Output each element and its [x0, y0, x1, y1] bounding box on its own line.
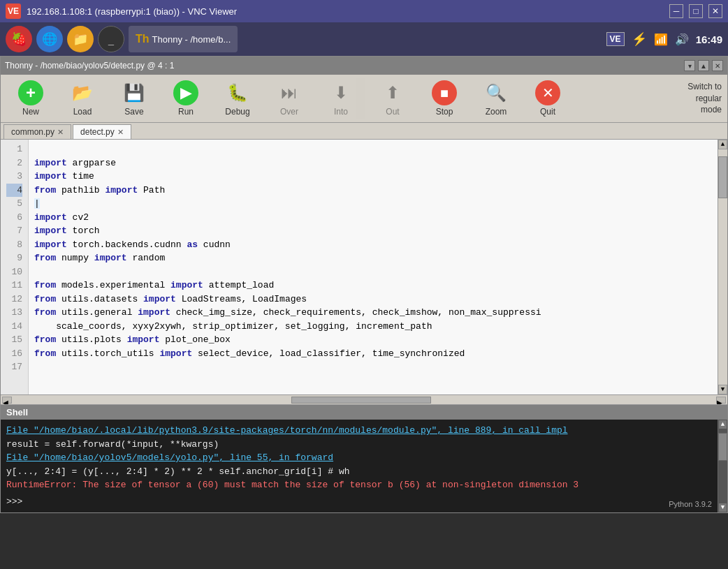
line-num-2: 2 [6, 156, 22, 170]
maximize-button[interactable]: □ [689, 4, 703, 18]
out-button[interactable]: ⬆ Out [368, 77, 417, 119]
over-label: Over [280, 107, 298, 117]
scroll-left-button[interactable]: ◀ [2, 397, 12, 404]
debug-icon: 🐛 [225, 80, 250, 105]
bluetooth-icon: ⚡ [632, 31, 647, 47]
new-icon: + [18, 80, 43, 105]
new-button[interactable]: + New [6, 77, 55, 119]
quit-icon: ✕ [535, 80, 560, 105]
out-icon: ⬆ [380, 80, 405, 105]
taskbar-time: 16:49 [696, 34, 722, 45]
switch-mode-button[interactable]: Switch to regular mode [687, 81, 722, 116]
shell-prompt[interactable]: >>> [6, 495, 712, 509]
run-button[interactable]: ▶ Run [161, 77, 210, 119]
shell-scroll-down-button[interactable]: ▼ [718, 503, 727, 512]
tab-detect-py-close[interactable]: ✕ [117, 128, 124, 137]
horizontal-scroll-thumb[interactable] [291, 397, 431, 404]
line-num-4: 4 [6, 184, 22, 198]
shell-scroll-thumb[interactable] [718, 433, 727, 461]
toolbar: + New 📂 Load 💾 Save ▶ Run 🐛 Debug ⏭ Over… [1, 75, 727, 123]
scroll-track [718, 149, 727, 385]
quit-label: Quit [540, 107, 555, 117]
line-num-1: 1 [6, 142, 22, 156]
wifi-icon: 📶 [654, 33, 668, 46]
thonny-maximize-button[interactable]: ▲ [698, 60, 709, 71]
code-editor[interactable]: 1 2 3 4 5 6 7 8 9 10 11 12 13 14 15 16 1… [1, 140, 727, 394]
save-button[interactable]: 💾 Save [110, 77, 159, 119]
taskbar: 🍓 🌐 📁 _ Th Thonny - /home/b... VE ⚡ 📶 🔊 … [0, 22, 728, 56]
shell-container: File "/home/biao/.local/lib/python3.9/si… [1, 420, 727, 512]
thonny-taskbar-item[interactable]: Th Thonny - /home/b... [129, 26, 238, 52]
volume-icon: 🔊 [675, 33, 689, 46]
shell-text-2: result = self.forward(*input, **kwargs) [6, 439, 219, 450]
zoom-button[interactable]: 🔍 Zoom [472, 77, 520, 119]
over-button[interactable]: ⏭ Over [265, 77, 314, 119]
into-button[interactable]: ⬇ Into [316, 77, 365, 119]
load-label: Load [73, 107, 92, 117]
save-label: Save [124, 107, 143, 117]
shell-link-3[interactable]: File "/home/biao/yolov5/models/yolo.py",… [6, 452, 333, 463]
tab-detect-py[interactable]: detect.py ✕ [73, 124, 131, 139]
editor-vertical-scrollbar[interactable]: ▲ ▼ [718, 140, 727, 394]
terminal-taskbar-icon[interactable]: _ [98, 26, 124, 52]
stop-icon: ■ [432, 80, 457, 105]
line-num-17: 17 [6, 360, 22, 374]
shell-content[interactable]: File "/home/biao/.local/lib/python3.9/si… [1, 420, 718, 512]
stop-button[interactable]: ■ Stop [420, 77, 469, 119]
prompt-symbol: >>> [6, 496, 22, 507]
globe-taskbar-icon[interactable]: 🌐 [36, 26, 63, 52]
quit-button[interactable]: ✕ Quit [523, 77, 572, 119]
thonny-taskbar-label: Thonny - /home/b... [152, 34, 231, 45]
stop-label: Stop [436, 107, 453, 117]
load-button[interactable]: 📂 Load [58, 77, 107, 119]
run-icon: ▶ [173, 80, 198, 105]
shell-scroll-up-button[interactable]: ▲ [718, 420, 727, 429]
line-num-3: 3 [6, 170, 22, 184]
line-num-8: 8 [6, 238, 22, 252]
run-label: Run [178, 107, 194, 117]
python-version: Python 3.9.2 [669, 498, 712, 510]
load-icon: 📂 [70, 80, 95, 105]
shell-line-1: File "/home/biao/.local/lib/python3.9/si… [6, 424, 712, 438]
vnc-logo: VE [6, 3, 21, 19]
code-content[interactable]: import argparse import time from pathlib… [29, 140, 718, 394]
zoom-icon: 🔍 [483, 80, 509, 105]
shell-area: Shell File "/home/biao/.local/lib/python… [1, 404, 727, 512]
debug-label: Debug [225, 107, 249, 117]
shell-scroll-track [718, 429, 727, 503]
tab-bar: common.py ✕ detect.py ✕ [1, 123, 727, 140]
close-button[interactable]: ✕ [708, 4, 722, 18]
scroll-up-button[interactable]: ▲ [718, 140, 727, 149]
folder-taskbar-icon[interactable]: 📁 [67, 26, 94, 52]
debug-button[interactable]: 🐛 Debug [213, 77, 262, 119]
thonny-minimize-button[interactable]: ▾ [684, 60, 695, 71]
tab-detect-py-label: detect.py [80, 127, 115, 137]
into-label: Into [334, 107, 348, 117]
shell-link-1[interactable]: File "/home/biao/.local/lib/python3.9/si… [6, 425, 568, 436]
shell-error-text: RuntimeError: The size of tensor a (60) … [6, 480, 578, 490]
thonny-title-text: Thonny - /home/biao/yolov5/detect.py @ 4… [5, 61, 174, 71]
scroll-down-button[interactable]: ▼ [718, 385, 727, 394]
save-icon: 💾 [122, 80, 147, 105]
scroll-thumb[interactable] [718, 156, 727, 198]
tab-common-py[interactable]: common.py ✕ [3, 124, 71, 139]
thonny-title-controls: ▾ ▲ ✕ [684, 60, 723, 71]
raspberry-taskbar-icon[interactable]: 🍓 [6, 26, 32, 52]
title-bar-left: VE 192.168.1.108:1 (raspberrypi:1 (biao)… [6, 3, 237, 19]
horizontal-scrollbar[interactable]: ◀ ▶ [1, 394, 727, 404]
line-num-12: 12 [6, 293, 22, 306]
minimize-button[interactable]: ─ [669, 4, 683, 18]
scroll-right-button[interactable]: ▶ [716, 397, 726, 404]
line-numbers: 1 2 3 4 5 6 7 8 9 10 11 12 13 14 15 16 1… [1, 140, 29, 394]
shell-line-4: y[..., 2:4] = (y[..., 2:4] * 2) ** 2 * s… [6, 465, 712, 479]
line-num-7: 7 [6, 224, 22, 238]
shell-vertical-scrollbar[interactable]: ▲ ▼ [718, 420, 727, 512]
shell-line-3: File "/home/biao/yolov5/models/yolo.py",… [6, 451, 712, 465]
vnc-title-text: 192.168.1.108:1 (raspberrypi:1 (biao)) -… [27, 6, 237, 17]
title-bar-controls: ─ □ ✕ [669, 4, 722, 18]
thonny-window: Thonny - /home/biao/yolov5/detect.py @ 4… [0, 56, 728, 513]
thonny-taskbar-icon: Th [136, 33, 150, 45]
thonny-close-button[interactable]: ✕ [712, 60, 723, 71]
tab-common-py-close[interactable]: ✕ [57, 128, 64, 137]
ve-system-icon: VE [606, 32, 625, 46]
